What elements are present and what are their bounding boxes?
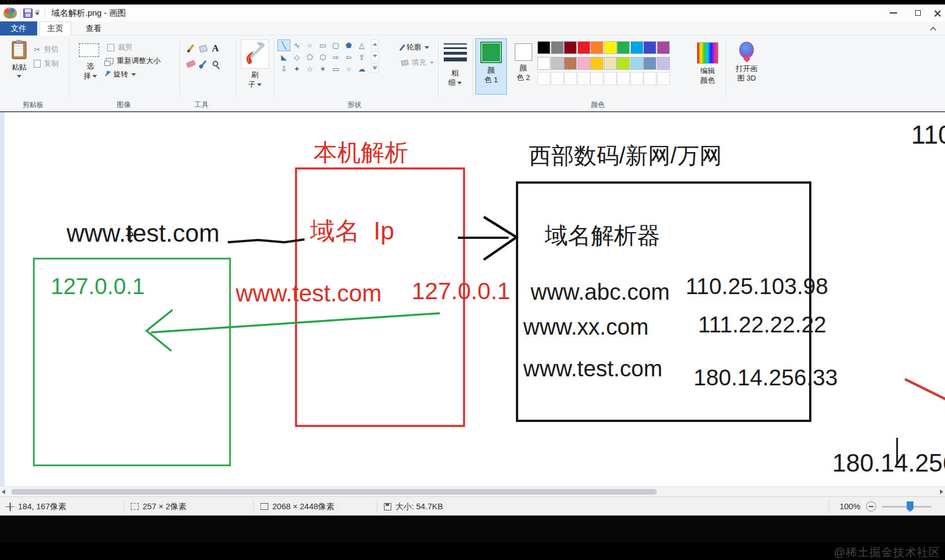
shape-tile[interactable]: ⬡ [316,51,329,63]
shape-tile[interactable]: ⬟ [342,39,355,51]
zoom-out-button[interactable] [866,501,876,512]
eraser-tool-button[interactable] [185,58,196,69]
brush-label[interactable]: 刷 子 [241,70,269,89]
shape-fill-button[interactable]: 填充 [401,57,434,68]
crop-button[interactable]: 裁剪 [107,42,133,52]
divider [726,39,726,96]
open-paint3d-button[interactable]: 打开画图 3D [728,38,765,95]
palette-swatch[interactable] [590,41,603,54]
restore-button[interactable] [906,5,930,21]
palette-swatch[interactable] [590,57,603,70]
color-picker-tool-button[interactable] [197,58,209,69]
shape-tile[interactable]: ▢ [329,39,342,51]
palette-swatch[interactable] [590,72,603,85]
quick-access-dropdown-icon[interactable] [35,11,39,16]
palette-swatch[interactable] [564,41,577,54]
palette-swatch[interactable] [657,72,670,85]
palette-swatch[interactable] [630,72,643,85]
palette-swatch[interactable] [630,41,643,54]
color1-button[interactable]: 颜色 1 [475,38,507,95]
shapes-more-button[interactable] [371,63,379,73]
zoom-slider-thumb[interactable] [907,501,913,512]
palette-swatch[interactable] [537,57,550,70]
shape-tile[interactable]: ◣ [277,51,290,63]
close-button[interactable] [930,5,945,21]
scroll-left-icon[interactable] [2,490,5,494]
shape-tile[interactable]: ∿ [290,39,303,51]
shape-tile[interactable]: ⇧ [355,51,368,63]
shape-tile[interactable]: ◇ [290,51,303,63]
resize-button[interactable]: 重新调整大小 [106,56,161,66]
shape-tile[interactable]: ✶ [316,63,329,75]
shape-tile[interactable]: ✦ [290,63,303,75]
palette-swatch[interactable] [643,41,656,54]
palette-swatch[interactable] [604,57,617,70]
tab-file[interactable]: 文件 [0,21,37,35]
palette-swatch[interactable] [657,57,670,70]
palette-swatch[interactable] [577,72,590,85]
edit-colors-button[interactable]: 编辑颜色 [691,38,724,95]
palette-swatch[interactable] [564,57,577,70]
thickness-button[interactable]: 粗 细 [441,68,469,87]
shape-tile[interactable]: ○ [303,39,316,51]
shape-tile[interactable]: ⇨ [329,51,342,63]
color2-button[interactable]: 颜色 2 [509,38,537,95]
cut-button[interactable]: ✂ 剪切 [34,45,59,55]
palette-swatch[interactable] [551,57,564,70]
shape-tile[interactable]: ⬠ [303,51,316,63]
paste-button[interactable]: 粘贴 [7,41,32,78]
palette-swatch[interactable] [551,72,564,85]
shape-tile[interactable]: ▭ [316,39,329,51]
select-button[interactable]: 选 择 [79,43,101,81]
minimize-button[interactable] [881,5,906,21]
magnifier-tool-button[interactable] [210,58,221,69]
local-ip-text: 127.0.0.1 [51,274,145,298]
shape-tile[interactable]: ╲ [277,39,290,51]
palette-swatch[interactable] [657,41,670,54]
canvas-surface[interactable]: www.test.com 127.0.0.1 本机解析 域名 Ip www.te… [0,112,945,486]
more-bar-icon [373,66,377,67]
shapes-scroll-down-button[interactable] [371,51,379,61]
palette-swatch[interactable] [577,41,590,54]
rotate-label: 旋转 [113,69,128,79]
rotate-button[interactable]: 旋转 [106,69,136,79]
palette-swatch[interactable] [604,72,617,85]
shape-tile[interactable]: ▭ [329,63,342,75]
brush-button[interactable] [241,39,269,69]
palette-swatch[interactable] [643,72,656,85]
shape-tile[interactable]: △ [355,39,368,51]
palette-swatch[interactable] [617,57,630,70]
palette-swatch[interactable] [537,41,550,54]
palette-swatch[interactable] [617,41,630,54]
palette-swatch[interactable] [604,41,617,54]
tab-view[interactable]: 查看 [78,21,109,35]
zoom-slider[interactable] [882,506,931,508]
paste-label: 粘贴 [7,63,32,73]
shape-outline-button[interactable]: 轮廓 [401,42,429,52]
scrollbar-thumb[interactable] [11,489,657,495]
palette-swatch[interactable] [564,72,577,85]
pencil-tool-button[interactable] [185,43,196,54]
horizontal-scrollbar[interactable] [0,486,945,496]
palette-swatch[interactable] [537,72,550,85]
collapse-ribbon-button[interactable] [928,24,938,33]
shape-tile[interactable]: ☆ [303,63,316,75]
shape-tile[interactable]: ☁ [355,63,368,75]
palette-swatch[interactable] [643,57,656,70]
copy-button[interactable]: 复制 [34,59,59,69]
save-icon[interactable] [23,8,33,18]
palette-swatch[interactable] [630,57,643,70]
divider [45,8,45,17]
text-tool-button[interactable]: A [210,43,221,54]
shapes-scroll-up-button[interactable] [371,39,379,49]
palette-swatch[interactable] [617,72,630,85]
shape-tile[interactable]: ⇦ [342,51,355,63]
palette-swatch[interactable] [577,57,590,70]
tab-home[interactable]: 主页 [39,21,71,35]
palette-swatch[interactable] [551,41,564,54]
local-resolve-label: 本机解析 [313,140,408,165]
shape-tile[interactable]: ○ [342,63,355,75]
shape-tile[interactable]: ⇩ [277,63,290,75]
scroll-right-icon[interactable] [940,490,943,494]
fill-tool-button[interactable] [197,43,209,54]
